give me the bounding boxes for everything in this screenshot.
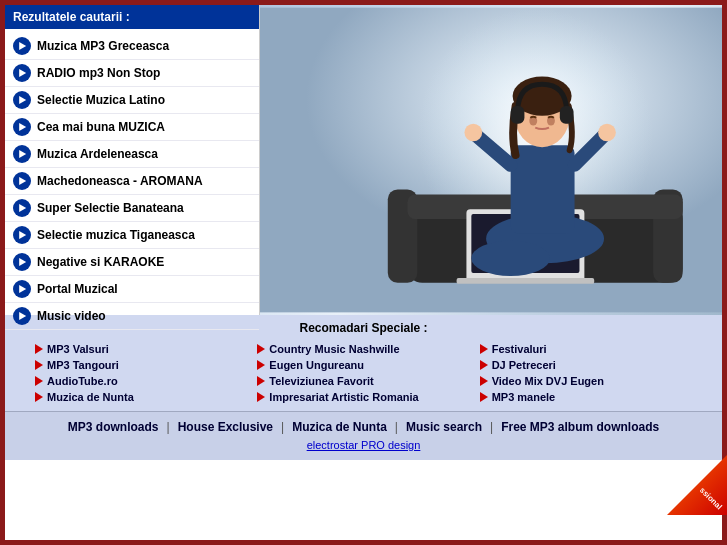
search-item-label: Negative si KARAOKE <box>37 255 164 269</box>
rec-arrow-icon <box>257 360 265 370</box>
arrow-icon <box>13 64 31 82</box>
search-item[interactable]: Super Selectie Banateana <box>5 195 259 222</box>
rec-item[interactable]: Televiziunea Favorit <box>257 373 469 389</box>
search-item[interactable]: Muzica Ardeleneasca <box>5 141 259 168</box>
rec-item[interactable]: Video Mix DVJ Eugen <box>480 373 692 389</box>
rec-item-label: MP3 Valsuri <box>47 343 109 355</box>
arrow-icon <box>13 307 31 325</box>
rec-arrow-icon <box>480 344 488 354</box>
search-item[interactable]: Music video <box>5 303 259 330</box>
arrow-icon <box>13 226 31 244</box>
credit-link[interactable]: electrostar PRO design <box>307 439 421 451</box>
rec-item-label: Televiziunea Favorit <box>269 375 373 387</box>
search-item-label: Music video <box>37 309 106 323</box>
search-item-label: Selectie Muzica Latino <box>37 93 165 107</box>
rec-arrow-icon <box>480 360 488 370</box>
rec-arrow-icon <box>480 392 488 402</box>
search-item-label: Muzica Ardeleneasca <box>37 147 158 161</box>
rec-item-label: Country Music Nashwille <box>269 343 399 355</box>
rec-item[interactable]: Muzica de Nunta <box>35 389 247 405</box>
rec-arrow-icon <box>257 376 265 386</box>
search-item-label: Selectie muzica Tiganeasca <box>37 228 195 242</box>
footer-link[interactable]: MP3 downloads <box>60 420 167 434</box>
rec-col-3: FestivaluriDJ PetreceriVideo Mix DVJ Eug… <box>480 341 692 405</box>
search-item[interactable]: RADIO mp3 Non Stop <box>5 60 259 87</box>
footer-link[interactable]: Muzica de Nunta <box>284 420 395 434</box>
arrow-icon <box>13 37 31 55</box>
svg-rect-11 <box>511 145 575 233</box>
search-item[interactable]: Cea mai buna MUZICA <box>5 114 259 141</box>
search-item[interactable]: Selectie Muzica Latino <box>5 87 259 114</box>
rec-item[interactable]: Festivaluri <box>480 341 692 357</box>
recommendations-grid: MP3 ValsuriMP3 TangouriAudioTube.roMuzic… <box>15 341 712 405</box>
search-item-label: Machedoneasca - AROMANA <box>37 174 203 188</box>
rec-item-label: MP3 manele <box>492 391 556 403</box>
search-item-label: Muzica MP3 Greceasca <box>37 39 169 53</box>
footer-link[interactable]: Music search <box>398 420 490 434</box>
arrow-icon <box>13 118 31 136</box>
footer-link[interactable]: Free MP3 album downloads <box>493 420 667 434</box>
rec-arrow-icon <box>35 376 43 386</box>
search-title: Rezultatele cautarii : <box>5 5 259 29</box>
search-item[interactable]: Selectie muzica Tiganeasca <box>5 222 259 249</box>
rec-col-2: Country Music NashwilleEugen UngureanuTe… <box>257 341 469 405</box>
rec-item-label: Impresariat Artistic Romania <box>269 391 418 403</box>
rec-item[interactable]: Impresariat Artistic Romania <box>257 389 469 405</box>
rec-item[interactable]: DJ Petreceri <box>480 357 692 373</box>
search-item-label: Portal Muzical <box>37 282 118 296</box>
rec-item[interactable]: MP3 Tangouri <box>35 357 247 373</box>
arrow-icon <box>13 145 31 163</box>
search-panel: Rezultatele cautarii : Muzica MP3 Grecea… <box>5 5 260 315</box>
rec-arrow-icon <box>35 392 43 402</box>
rec-item[interactable]: Country Music Nashwille <box>257 341 469 357</box>
svg-point-10 <box>471 241 550 276</box>
svg-rect-18 <box>511 106 525 124</box>
search-item-label: Super Selectie Banateana <box>37 201 184 215</box>
search-item[interactable]: Negative si KARAOKE <box>5 249 259 276</box>
rec-col-1: MP3 ValsuriMP3 TangouriAudioTube.roMuzic… <box>35 341 247 405</box>
svg-rect-8 <box>457 278 595 284</box>
rec-item-label: Video Mix DVJ Eugen <box>492 375 604 387</box>
rec-item-label: MP3 Tangouri <box>47 359 119 371</box>
arrow-icon <box>13 91 31 109</box>
rec-item[interactable]: MP3 Valsuri <box>35 341 247 357</box>
rec-arrow-icon <box>257 344 265 354</box>
footer-link[interactable]: House Exclusive <box>170 420 281 434</box>
rec-item[interactable]: MP3 manele <box>480 389 692 405</box>
search-item-label: RADIO mp3 Non Stop <box>37 66 160 80</box>
rec-item-label: Muzica de Nunta <box>47 391 134 403</box>
rec-arrow-icon <box>257 392 265 402</box>
rec-arrow-icon <box>480 376 488 386</box>
svg-point-14 <box>464 124 482 142</box>
rec-item[interactable]: Eugen Ungureanu <box>257 357 469 373</box>
rec-arrow-icon <box>35 360 43 370</box>
search-item[interactable]: Machedoneasca - AROMANA <box>5 168 259 195</box>
svg-point-15 <box>598 124 616 142</box>
search-items-list: Muzica MP3 GreceascaRADIO mp3 Non StopSe… <box>5 29 259 334</box>
rec-arrow-icon <box>35 344 43 354</box>
rec-item-label: Eugen Ungureanu <box>269 359 364 371</box>
rec-item[interactable]: AudioTube.ro <box>35 373 247 389</box>
arrow-icon <box>13 172 31 190</box>
rec-item-label: AudioTube.ro <box>47 375 118 387</box>
footer-links-section: MP3 downloads | House Exclusive | Muzica… <box>5 411 722 460</box>
rec-item-label: Festivaluri <box>492 343 547 355</box>
footer-links-row: MP3 downloads | House Exclusive | Muzica… <box>13 420 714 434</box>
arrow-icon <box>13 199 31 217</box>
arrow-icon <box>13 253 31 271</box>
corner-text: ssional <box>698 486 724 512</box>
svg-rect-19 <box>560 106 574 124</box>
rec-item-label: DJ Petreceri <box>492 359 556 371</box>
footer-credit: electrostar PRO design <box>13 438 714 452</box>
search-item[interactable]: Muzica MP3 Greceasca <box>5 33 259 60</box>
hero-image-panel <box>260 5 722 315</box>
search-item-label: Cea mai buna MUZICA <box>37 120 165 134</box>
search-item[interactable]: Portal Muzical <box>5 276 259 303</box>
arrow-icon <box>13 280 31 298</box>
